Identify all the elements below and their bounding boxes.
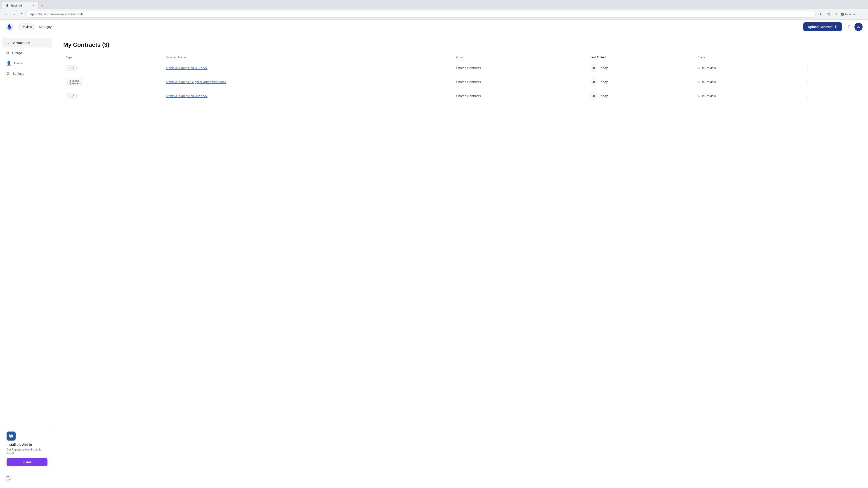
user-avatar: LD — [590, 64, 597, 72]
app-header: Review Moodjoy Upload Contract ⇧ ? LD — [0, 20, 868, 34]
table-row: NDA Robin AI Sample NDA 1.docx Shared Co… — [63, 61, 859, 75]
extensions-btn[interactable]: ◫ — [825, 11, 831, 18]
settings-icon: ⚙ — [6, 71, 10, 76]
row-more-btn[interactable]: ⋮ — [803, 93, 811, 99]
upload-contract-btn[interactable]: Upload Contract ⇧ — [803, 22, 842, 31]
row3-stage: ✎ In Review — [694, 89, 801, 103]
sidebar: ⌂ Contract Hub ⧉ Groups 👤 Users ⚙ Settin… — [0, 34, 54, 487]
sidebar-item-groups[interactable]: ⧉ Groups — [2, 48, 52, 58]
user-avatar: LD — [590, 78, 597, 86]
sidebar-label-groups: Groups — [12, 51, 22, 55]
row2-group: Shared Contracts — [454, 75, 587, 89]
svg-point-9 — [10, 25, 11, 26]
groups-icon: ⧉ — [6, 51, 9, 55]
sidebar-item-contract-hub[interactable]: ⌂ Contract Hub — [2, 38, 52, 47]
row-more-btn[interactable]: ⋮ — [803, 78, 811, 86]
type-badge: NDA — [66, 93, 76, 99]
user-avatar-btn[interactable]: LD — [855, 23, 863, 31]
users-icon: 👤 — [6, 61, 11, 66]
address-bar[interactable]: app.robinai.co.uk/review/contract-hub — [26, 11, 816, 18]
sort-arrow-icon: ↑ — [608, 56, 609, 59]
row1-group: Shared Contracts — [454, 61, 587, 75]
contract-hub-icon: ⌂ — [6, 40, 9, 45]
sidebar-item-users[interactable]: 👤 Users — [2, 59, 52, 68]
group-name: Shared Contracts — [456, 94, 481, 98]
active-tab[interactable]: Robin AI × — [2, 2, 38, 9]
last-edited-text: Today — [599, 66, 608, 70]
row3-type: NDA — [63, 89, 164, 103]
feedback-bubble-btn[interactable]: 💬 — [4, 475, 12, 482]
row2-name: Robin AI Sample Supplier Agreement.docx — [164, 75, 454, 89]
back-btn[interactable]: ← — [3, 11, 9, 17]
col-group: Group — [454, 54, 587, 61]
pencil-icon: ✎ — [698, 80, 700, 84]
workspace-name: Moodjoy — [39, 25, 52, 29]
word-icon: W — [6, 431, 16, 441]
addon-install-btn[interactable]: Install — [6, 458, 48, 466]
pencil-icon: ✎ — [698, 66, 700, 70]
user-avatar: LD — [590, 92, 597, 100]
last-edited-text: Today — [599, 80, 608, 84]
sidebar-item-settings[interactable]: ⚙ Settings — [2, 69, 52, 78]
app-container: Review Moodjoy Upload Contract ⇧ ? LD ⌂ … — [0, 20, 868, 487]
help-icon: ? — [847, 24, 850, 29]
col-name: Contract Name — [164, 54, 454, 61]
group-name: Shared Contracts — [456, 80, 481, 84]
col-last-edited[interactable]: Last Edited ↑ — [587, 54, 694, 61]
type-badge: NDA — [66, 65, 76, 71]
row2-last-edited: LD Today — [587, 75, 694, 89]
browser-chrome: Robin AI × + ← → ↻ app.robinai.co.uk/rev… — [0, 0, 868, 20]
nav-review[interactable]: Review — [18, 24, 35, 30]
incognito-icon: 🕵 — [841, 12, 844, 16]
addon-title: Install the Add-in — [6, 443, 48, 447]
row1-stage: ✎ In Review — [694, 61, 801, 75]
avatar-initials: LD — [857, 25, 860, 29]
pencil-icon: ✎ — [698, 94, 700, 98]
stage-text: In Review — [702, 80, 716, 84]
row1-more: ⋮ — [801, 61, 859, 75]
type-badge: SupplierAgreement — [66, 78, 83, 86]
table-header: Type Contract Name Group Last Edited ↑ S… — [63, 54, 859, 61]
app-body: ⌂ Contract Hub ⧉ Groups 👤 Users ⚙ Settin… — [0, 34, 868, 487]
robin-logo-icon — [5, 23, 13, 31]
download-btn[interactable]: ⇩ — [833, 11, 839, 18]
word-letter: W — [9, 433, 13, 439]
page-title: My Contracts (3) — [63, 41, 859, 48]
last-edited-text: Today — [599, 94, 608, 98]
feedback-icon: 💬 — [6, 476, 10, 481]
row3-name: Robin AI Sample NDA 2.docx — [164, 89, 454, 103]
contract-link[interactable]: Robin AI Sample NDA 1.docx — [166, 66, 208, 70]
col-actions — [801, 54, 859, 61]
tab-favicon — [5, 4, 9, 7]
menu-btn[interactable]: ⋮ — [859, 11, 865, 18]
row2-type: SupplierAgreement — [63, 75, 164, 89]
tab-bar: Robin AI × + — [0, 0, 868, 9]
sidebar-label-settings: Settings — [13, 72, 24, 75]
app-logo — [5, 23, 13, 31]
addon-desc: Get Reports within Microsoft Word! — [6, 448, 48, 455]
col-stage: Stage — [694, 54, 801, 61]
contracts-table: Type Contract Name Group Last Edited ↑ S… — [63, 54, 859, 103]
bookmark-btn[interactable]: ★ — [817, 11, 824, 18]
contract-link[interactable]: Robin AI Sample Supplier Agreement.docx — [166, 80, 226, 84]
svg-point-3 — [7, 5, 8, 5]
sidebar-spacer — [0, 79, 54, 425]
row1-type: NDA — [63, 61, 164, 75]
row1-last-edited: LD Today — [587, 61, 694, 75]
contract-link[interactable]: Robin AI Sample NDA 2.docx — [166, 94, 208, 98]
row-more-btn[interactable]: ⋮ — [803, 65, 811, 71]
stage-text: In Review — [702, 66, 716, 70]
col-type: Type — [63, 54, 164, 61]
tab-close-btn[interactable]: × — [32, 4, 34, 7]
group-name: Shared Contracts — [456, 66, 481, 70]
help-btn[interactable]: ? — [844, 23, 852, 31]
stage-text: In Review — [702, 94, 716, 98]
svg-text:🕵: 🕵 — [841, 13, 844, 16]
row3-last-edited: LD Today — [587, 89, 694, 103]
incognito-btn[interactable]: 🕵 Incognito — [841, 12, 857, 16]
reload-btn[interactable]: ↻ — [19, 11, 25, 18]
new-tab-btn[interactable]: + — [39, 2, 45, 9]
forward-btn[interactable]: → — [11, 11, 17, 17]
upload-btn-label: Upload Contract — [808, 25, 833, 29]
nav-actions: ★ ◫ ⇩ 🕵 Incognito ⋮ — [817, 11, 865, 18]
